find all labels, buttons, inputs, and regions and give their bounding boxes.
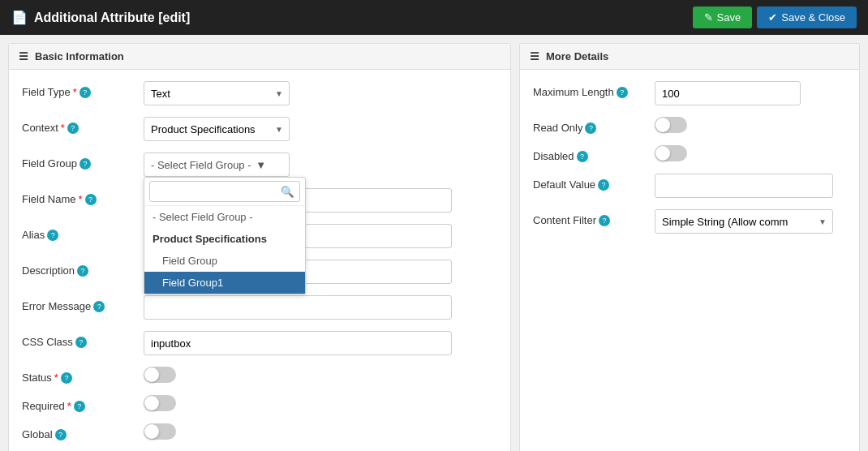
field-type-label: Field Type * ? bbox=[22, 81, 144, 98]
field-group-search-area: 🔍 bbox=[144, 178, 305, 206]
dropdown-item-field-group[interactable]: Field Group bbox=[144, 250, 305, 272]
read-only-toggle-knob bbox=[655, 118, 670, 132]
alias-label: Alias ? bbox=[22, 224, 144, 241]
page-header: 📄 Additional Attribute [edit] ✎ Save ✔ S… bbox=[0, 0, 868, 35]
status-help-icon[interactable]: ? bbox=[61, 372, 72, 384]
max-length-row: Maximum Length ? bbox=[533, 81, 846, 105]
default-value-input[interactable] bbox=[655, 174, 833, 198]
save-button[interactable]: ✎ Save bbox=[693, 6, 753, 28]
error-message-label: Error Message ? bbox=[22, 295, 144, 312]
global-toggle[interactable] bbox=[144, 423, 176, 440]
error-message-input[interactable] bbox=[144, 295, 452, 320]
required-control bbox=[144, 395, 452, 411]
context-select[interactable]: Product Specifications bbox=[144, 117, 290, 141]
error-message-help-icon[interactable]: ? bbox=[93, 301, 105, 312]
status-row: Status * ? bbox=[22, 367, 497, 384]
field-type-select-wrapper: Text ▼ bbox=[144, 81, 290, 105]
read-only-control bbox=[655, 117, 846, 133]
header-buttons: ✎ Save ✔ Save & Close bbox=[693, 6, 857, 28]
global-label: Global ? bbox=[22, 423, 144, 440]
field-type-select[interactable]: Text bbox=[144, 81, 290, 105]
status-control bbox=[144, 367, 452, 383]
basic-info-body: Field Type * ? Text ▼ Context bbox=[9, 70, 510, 451]
required-row: Required * ? bbox=[22, 395, 497, 412]
content-filter-select[interactable]: Simple String (Allow comm bbox=[655, 209, 833, 234]
required-help-icon[interactable]: ? bbox=[74, 401, 85, 412]
alias-help-icon[interactable]: ? bbox=[47, 230, 58, 241]
field-group-label: Field Group ? bbox=[22, 152, 144, 170]
default-value-control bbox=[655, 174, 846, 198]
page-title-area: 📄 Additional Attribute [edit] bbox=[11, 10, 190, 25]
status-label: Status * ? bbox=[22, 367, 144, 384]
css-class-input[interactable] bbox=[144, 331, 452, 355]
css-class-control bbox=[144, 331, 452, 355]
context-required-marker: * bbox=[61, 122, 65, 134]
more-details-lines-icon: ☰ bbox=[530, 50, 539, 62]
context-select-wrapper: Product Specifications ▼ bbox=[144, 117, 290, 141]
description-help-icon[interactable]: ? bbox=[77, 265, 88, 277]
field-name-help-icon[interactable]: ? bbox=[85, 194, 97, 205]
page-icon: 📄 bbox=[11, 10, 28, 25]
more-details-header: ☰ More Details bbox=[520, 44, 859, 70]
context-help-icon[interactable]: ? bbox=[67, 122, 79, 134]
content-filter-control: Simple String (Allow comm ▼ bbox=[655, 209, 846, 234]
max-length-control bbox=[655, 81, 846, 105]
check-icon: ✔ bbox=[768, 11, 777, 24]
global-help-icon[interactable]: ? bbox=[55, 429, 67, 440]
more-details-panel: ☰ More Details Maximum Length ? Read Onl… bbox=[519, 43, 860, 451]
basic-info-header: ☰ Basic Information bbox=[9, 44, 510, 70]
more-details-body: Maximum Length ? Read Only ? bbox=[520, 70, 859, 256]
field-group-search-button[interactable]: 🔍 bbox=[277, 186, 298, 198]
css-class-help-icon[interactable]: ? bbox=[75, 337, 87, 348]
dropdown-item-field-group1[interactable]: Field Group1 bbox=[144, 272, 305, 294]
field-type-control: Text ▼ bbox=[144, 81, 452, 105]
field-group-arrow-icon: ▼ bbox=[256, 159, 266, 171]
field-type-help-icon[interactable]: ? bbox=[79, 87, 91, 98]
default-value-help-icon[interactable]: ? bbox=[598, 179, 609, 191]
content-filter-label: Content Filter ? bbox=[533, 209, 655, 226]
field-group-dropdown-trigger[interactable]: - Select Field Group - ▼ bbox=[144, 152, 290, 177]
disabled-control bbox=[655, 145, 846, 161]
default-value-label: Default Value ? bbox=[533, 174, 655, 191]
required-star: * bbox=[67, 400, 71, 412]
error-message-control bbox=[144, 295, 452, 320]
basic-information-panel: ☰ Basic Information Field Type * ? Text … bbox=[8, 43, 511, 451]
required-label: Required * ? bbox=[22, 395, 144, 412]
global-control bbox=[144, 423, 452, 440]
field-name-required: * bbox=[78, 193, 82, 205]
read-only-help-icon[interactable]: ? bbox=[585, 122, 596, 134]
field-group-help-icon[interactable]: ? bbox=[79, 158, 91, 170]
field-group-control: - Select Field Group - ▼ 🔍 - Select Fiel… bbox=[144, 152, 452, 177]
disabled-help-icon[interactable]: ? bbox=[577, 151, 588, 162]
save-close-button[interactable]: ✔ Save & Close bbox=[757, 6, 857, 28]
error-message-row: Error Message ? bbox=[22, 295, 497, 320]
read-only-toggle[interactable] bbox=[655, 117, 687, 133]
required-marker: * bbox=[73, 86, 77, 98]
field-group-dropdown-container: - Select Field Group - ▼ 🔍 - Select Fiel… bbox=[144, 152, 290, 177]
global-toggle-knob bbox=[144, 424, 159, 439]
required-toggle[interactable] bbox=[144, 395, 176, 411]
required-toggle-knob bbox=[144, 396, 159, 410]
dropdown-option-default[interactable]: - Select Field Group - bbox=[144, 206, 305, 228]
max-length-input[interactable] bbox=[655, 81, 801, 105]
content-filter-row: Content Filter ? Simple String (Allow co… bbox=[533, 209, 846, 234]
read-only-label: Read Only ? bbox=[533, 117, 655, 134]
default-value-row: Default Value ? bbox=[533, 174, 846, 198]
disabled-toggle[interactable] bbox=[655, 145, 687, 161]
page-title: Additional Attribute [edit] bbox=[34, 11, 190, 25]
global-row: Global ? bbox=[22, 423, 497, 440]
main-content: ☰ Basic Information Field Type * ? Text … bbox=[0, 35, 868, 451]
disabled-row: Disabled ? bbox=[533, 145, 846, 162]
field-type-row: Field Type * ? Text ▼ bbox=[22, 81, 497, 105]
context-control: Product Specifications ▼ bbox=[144, 117, 452, 141]
max-length-help-icon[interactable]: ? bbox=[617, 87, 628, 98]
context-label: Context * ? bbox=[22, 117, 144, 134]
field-group-row: Field Group ? - Select Field Group - ▼ bbox=[22, 152, 497, 177]
status-toggle[interactable] bbox=[144, 367, 176, 383]
disabled-toggle-knob bbox=[655, 146, 670, 161]
max-length-label: Maximum Length ? bbox=[533, 81, 655, 98]
css-class-row: CSS Class ? bbox=[22, 331, 497, 355]
disabled-label: Disabled ? bbox=[533, 145, 655, 162]
dropdown-group-product-specs[interactable]: Product Specifications bbox=[144, 228, 305, 250]
content-filter-help-icon[interactable]: ? bbox=[599, 215, 610, 226]
